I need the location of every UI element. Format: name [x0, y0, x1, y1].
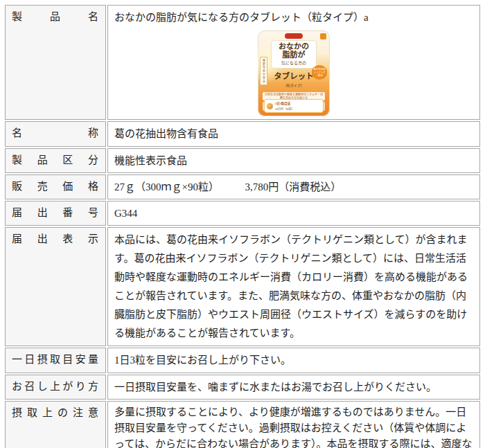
brand-mark — [285, 33, 303, 39]
row-value-category: 機能性表示食品 — [107, 148, 480, 173]
table-row-daily-intake: 一日摂取目安量 1日3粒を目安にお召し上がり下さい。 — [5, 348, 480, 373]
package-subtitle: 気になる方の — [272, 60, 316, 67]
row-label-how-to-take: お召し上がり方 — [5, 375, 106, 400]
row-value-product-name: おなかの脂肪が気になる方のタブレット（粒タイプ）a おなかの 脂肪が 気になる方… — [107, 5, 480, 120]
product-package-image: おなかの 脂肪が 気になる方の タブレット （粒タイプ） 機能性表示食品 葛の花… — [258, 30, 330, 116]
row-value-how-to-take: 一日摂取目安量を、噛まずに水またはお湯でお召し上がりください。 — [107, 375, 480, 400]
package-title-line1: おなかの — [272, 42, 316, 51]
package-side-label: 機能性表示食品 — [260, 57, 267, 85]
table-row-how-to-take: お召し上がり方 一日摂取目安量を、噛まずに水またはお湯でお召し上がりください。 — [5, 375, 480, 400]
row-label-precautions: 摂取上の注意 — [5, 401, 106, 448]
table-row-product-name: 製品名 おなかの脂肪が気になる方のタブレット（粒タイプ）a おなかの 脂肪が 気… — [5, 5, 480, 120]
row-value-precautions: 多量に摂取することにより、より健康が増進するものではありません。一日摂取目安量を… — [107, 401, 480, 448]
package-dose-line1: 1日3粒目安 — [275, 101, 294, 107]
row-label-product-name: 製品名 — [5, 5, 106, 120]
row-label-name: 名称 — [5, 121, 106, 146]
tablet-icon — [267, 103, 273, 109]
package-title-line2: 脂肪が — [272, 51, 316, 59]
table-row-price: 販売価格 27ｇ（300ｍｇ×90粒） 3,780円（消費税込） — [5, 174, 480, 199]
package-dose-line2: 30日分（90粒） — [275, 107, 294, 111]
package-ingredient-badge: 葛の花由来イソフラボン配合 — [312, 65, 327, 80]
table-row-name: 名称 葛の花抽出物含有食品 — [5, 121, 480, 146]
package-type-note: （粒タイプ） — [258, 83, 330, 89]
product-image-area: おなかの 脂肪が 気になる方の タブレット （粒タイプ） 機能性表示食品 葛の花… — [114, 30, 473, 116]
package-title-box: おなかの 脂肪が 気になる方の — [272, 41, 316, 68]
row-value-name: 葛の花抽出物含有食品 — [107, 121, 480, 146]
package-dose-text: 1日3粒目安 30日分（90粒） — [275, 101, 294, 111]
product-name-text: おなかの脂肪が気になる方のタブレット（粒タイプ）a — [114, 8, 473, 26]
package-dose-box: 1日3粒目安 30日分（90粒） — [264, 99, 324, 113]
table-row-precautions: 摂取上の注意 多量に摂取することにより、より健康が増進するものではありません。一… — [5, 401, 480, 448]
row-value-notification-number: G344 — [107, 201, 480, 226]
row-value-daily-intake: 1日3粒を目安にお召し上がり下さい。 — [107, 348, 480, 373]
row-label-daily-intake: 一日摂取目安量 — [5, 348, 106, 373]
table-row-category: 製品区分 機能性表示食品 — [5, 148, 480, 173]
taisho-logo-icon — [320, 33, 326, 39]
table-row-notification-number: 届出番号 G344 — [5, 201, 480, 226]
row-label-category: 製品区分 — [5, 148, 106, 173]
row-label-notification-text: 届出表示 — [5, 227, 106, 346]
product-spec-table: 製品名 おなかの脂肪が気になる方のタブレット（粒タイプ）a おなかの 脂肪が 気… — [3, 3, 482, 448]
row-label-price: 販売価格 — [5, 174, 106, 199]
table-row-notification-text: 届出表示 本品には、葛の花由来イソフラボン（テクトリゲニン類として）が含まれます… — [5, 227, 480, 346]
product-spec-document: 製品名 おなかの脂肪が気になる方のタブレット（粒タイプ）a おなかの 脂肪が 気… — [0, 0, 485, 448]
row-value-notification-text: 本品には、葛の花由来イソフラボン（テクトリゲニン類として）が含まれます。葛の花由… — [107, 227, 480, 346]
row-value-price: 27ｇ（300ｍｇ×90粒） 3,780円（消費税込） — [107, 174, 480, 199]
row-label-notification-number: 届出番号 — [5, 201, 106, 226]
